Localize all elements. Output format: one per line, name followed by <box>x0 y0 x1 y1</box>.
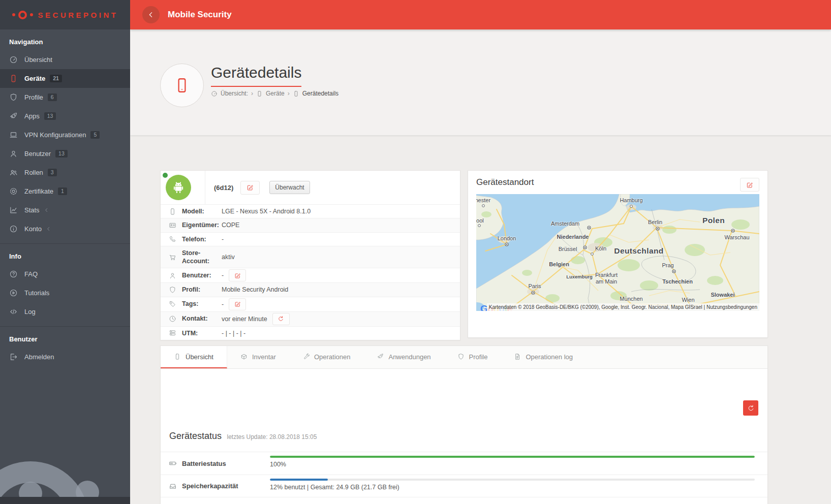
sidebar-item-apps[interactable]: Apps 13 <box>0 107 130 125</box>
edit-device-name-button[interactable] <box>240 181 260 195</box>
row-value: Mobile Security Android <box>222 286 288 293</box>
wrench-icon <box>302 353 310 360</box>
server-icon <box>169 329 176 337</box>
device-header: (6d12) Überwacht <box>161 171 460 204</box>
tab-uebersicht[interactable]: Übersicht <box>161 346 227 368</box>
users-icon <box>9 168 18 177</box>
refresh-status-button[interactable] <box>743 400 758 416</box>
topbar: Mobile Security <box>130 0 831 29</box>
row-label: Tags: <box>182 297 222 310</box>
sidebar-item-label: Apps <box>24 112 40 120</box>
breadcrumb-uebersicht[interactable]: Übersicht: <box>221 90 248 97</box>
sidebar-item-faq[interactable]: FAQ <box>0 265 130 284</box>
topbar-title: Mobile Security <box>168 10 232 20</box>
refresh-contact-button[interactable] <box>272 313 290 325</box>
logout-icon <box>9 353 18 361</box>
sidebar-item-label: FAQ <box>24 270 38 278</box>
edit-user-button[interactable] <box>229 269 246 281</box>
tab-profile[interactable]: Profile <box>444 346 501 368</box>
row-label: Eigentümer: <box>182 218 222 232</box>
battery-progress-fill <box>270 456 755 458</box>
status-row-label: Batteriestatus <box>182 460 226 467</box>
certificate-icon <box>9 187 18 196</box>
tab-bar: Übersicht Inventar Operationen Anwendung… <box>161 346 767 369</box>
sidebar-item-rollen[interactable]: Rollen 3 <box>0 163 130 182</box>
sidebar-item-zertifikate[interactable]: Zertifikate 1 <box>0 182 130 201</box>
attribution-separator: | <box>704 304 705 310</box>
count-badge: 5 <box>90 131 100 139</box>
tab-operationen-log[interactable]: Operationen log <box>501 346 586 368</box>
row-label: UTM: <box>182 327 222 340</box>
sidebar-item-vpn-konfigurationen[interactable]: VPN Konfigurationen 5 <box>0 125 130 144</box>
count-badge: 3 <box>48 169 57 176</box>
count-badge: 13 <box>44 112 56 120</box>
brand-logo[interactable]: SECUREPOINT <box>0 0 130 29</box>
sidebar-item-label: Log <box>24 308 36 316</box>
mobile-icon <box>169 208 176 215</box>
mobile-icon <box>293 90 299 97</box>
sidebar-item-stats[interactable]: Stats <box>0 201 130 219</box>
shield-icon <box>9 93 18 102</box>
terms-link[interactable]: Nutzungsbedingungen <box>706 304 757 310</box>
file-icon <box>514 353 521 360</box>
logo-ring-icon <box>18 11 27 19</box>
sidebar-item-label: VPN Konfigurationen <box>24 131 86 139</box>
edit-tags-button[interactable] <box>229 298 246 310</box>
sidebar-item-tutorials[interactable]: Tutorials <box>0 284 130 302</box>
clock-icon <box>169 315 176 323</box>
count-badge: 6 <box>48 93 57 101</box>
tab-label: Operationen log <box>526 353 573 361</box>
tag-icon <box>169 300 176 308</box>
device-row-benutzer: Benutzer: - <box>161 268 460 282</box>
sidebar-section-info: Info <box>0 244 130 265</box>
row-label: Store-Account: <box>182 246 222 268</box>
row-value: COPE <box>222 222 239 229</box>
google-map[interactable]: chester pool Hamburg Amsterdam Niederlan… <box>476 194 759 311</box>
sidebar-item-label: Rollen <box>24 169 43 176</box>
row-value: - | - | - | - <box>222 330 245 337</box>
tab-label: Profile <box>469 353 488 361</box>
app-window: SECUREPOINT Navigation Übersicht Geräte … <box>0 0 831 504</box>
chevron-left-icon <box>46 226 51 232</box>
device-row-tags: Tags: - <box>161 297 460 311</box>
box-icon <box>240 353 248 360</box>
row-label: Modell: <box>182 205 222 218</box>
battery-value-text: 100% <box>270 461 755 468</box>
row-value: LGE - Nexus 5X - Android 8.1.0 <box>222 208 311 215</box>
sidebar-section-navigation: Navigation <box>0 29 130 50</box>
info-icon <box>9 225 18 233</box>
rocket-icon <box>9 112 18 120</box>
row-value: - <box>222 272 224 279</box>
edit-icon <box>247 184 254 191</box>
sidebar-item-geraete[interactable]: Geräte 21 <box>0 69 130 88</box>
edit-location-button[interactable] <box>740 178 759 192</box>
tab-operationen[interactable]: Operationen <box>289 346 364 368</box>
sidebar-item-abmelden[interactable]: Abmelden <box>0 348 130 366</box>
sidebar-item-konto[interactable]: Konto <box>0 219 130 238</box>
section-title: Gerätestatus <box>169 431 222 441</box>
gauge-icon <box>9 55 18 64</box>
tab-inventar[interactable]: Inventar <box>227 346 289 368</box>
mobile-icon <box>9 74 18 83</box>
storage-progress-track <box>270 479 755 481</box>
tab-label: Anwendungen <box>388 353 430 361</box>
play-icon <box>9 289 18 297</box>
sidebar-item-uebersicht[interactable]: Übersicht <box>0 50 130 69</box>
device-status-table: Batteriestatus 100% <box>161 452 767 497</box>
battery-progress-track <box>270 456 755 458</box>
row-label: Profil: <box>182 283 222 296</box>
row-label: Kontakt: <box>182 312 222 325</box>
edit-icon <box>234 272 241 279</box>
page-avatar <box>160 64 204 107</box>
map-card-title: Gerätestandort <box>476 177 534 187</box>
tab-anwendungen[interactable]: Anwendungen <box>363 346 444 368</box>
sidebar-item-label: Benutzer <box>24 150 51 158</box>
sidebar-item-label: Konto <box>24 225 42 233</box>
device-row-kontakt: Kontakt: vor einer Minute <box>161 311 460 326</box>
breadcrumb-geraete[interactable]: Geräte <box>266 90 285 97</box>
shield-icon <box>457 353 465 360</box>
sidebar-item-benutzer[interactable]: Benutzer 13 <box>0 144 130 163</box>
sidebar-item-profile[interactable]: Profile 6 <box>0 88 130 107</box>
back-button[interactable] <box>142 6 160 23</box>
sidebar-item-log[interactable]: Log <box>0 302 130 321</box>
